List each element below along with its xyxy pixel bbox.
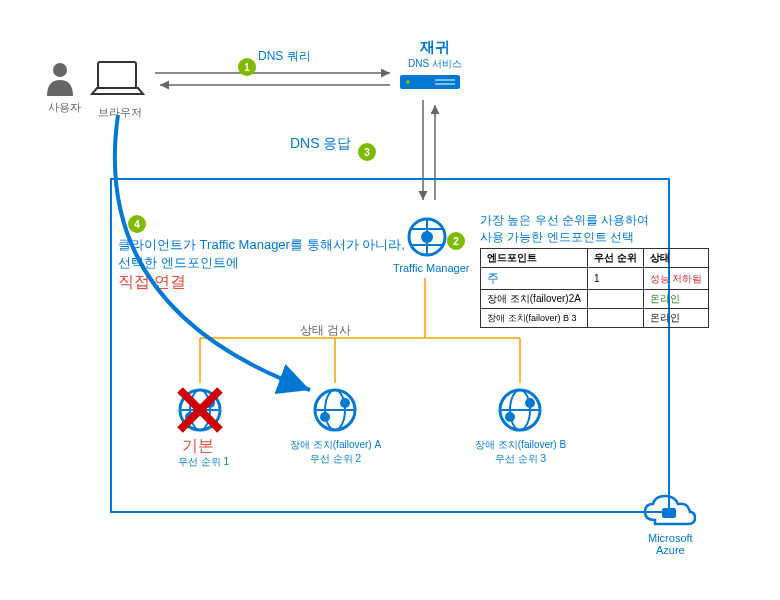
cell-status: 성능 저하됨: [643, 268, 709, 290]
priority-select-text: 가장 높은 우선 순위를 사용하여 사용 가능한 엔드포인트 선택: [480, 212, 649, 246]
recursive-dns-title: 재귀: [408, 38, 462, 57]
failover-b-priority: 우선 순위 3: [495, 452, 546, 466]
user-label: 사용자: [48, 100, 81, 115]
svg-point-32: [505, 412, 515, 422]
azure-label-1: Microsoft: [648, 532, 693, 544]
cell-status: 온라인: [643, 309, 709, 328]
step-2-badge: 2: [447, 232, 465, 250]
th-status: 상태: [643, 249, 709, 268]
failover-a-priority: 우선 순위 2: [310, 452, 361, 466]
dns-query-label: DNS 쿼리: [258, 48, 311, 65]
browser-icon: [90, 60, 145, 104]
azure-label-2: Azure: [648, 544, 693, 556]
endpoint-primary: [175, 385, 225, 439]
traffic-manager-label: Traffic Manager: [393, 262, 469, 274]
th-endpoint: 엔드포인트: [481, 249, 588, 268]
recursive-dns-subtitle: DNS 서비스: [408, 57, 462, 71]
th-priority: 우선 순위: [587, 249, 643, 268]
priority-line2: 사용 가능한 엔드포인트 선택: [480, 229, 649, 246]
priority-line1: 가장 높은 우선 순위를 사용하여: [480, 212, 649, 229]
svg-point-27: [320, 412, 330, 422]
svg-rect-34: [662, 508, 676, 518]
svg-rect-1: [98, 62, 136, 88]
arrow-dns-query: [150, 65, 400, 99]
cross-out-icon: [175, 385, 225, 435]
primary-label: 기본: [182, 436, 214, 457]
traffic-manager-icon: [405, 215, 450, 264]
cell-priority: [587, 290, 643, 309]
cell-priority: 1: [587, 268, 643, 290]
failover-a-label: 장애 조치(failover) A: [290, 438, 381, 452]
endpoint-failover-a: [310, 385, 360, 439]
svg-rect-5: [435, 83, 455, 85]
user-icon: [45, 62, 75, 100]
svg-point-33: [525, 398, 535, 408]
svg-point-0: [53, 63, 67, 77]
step-1-badge: 1: [238, 58, 256, 76]
traffic-manager-diagram: 사용자 브라우저 재귀 DNS 서비스 DNS 쿼리 1: [0, 0, 780, 600]
primary-priority: 우선 순위 1: [178, 455, 229, 469]
endpoint-failover-b: [495, 385, 545, 439]
direct-connect-arrow: [110, 110, 370, 404]
cell-status: 온라인: [643, 290, 709, 309]
failover-b-label: 장애 조치(failover) B: [475, 438, 566, 452]
azure-label: Microsoft Azure: [648, 532, 693, 556]
recursive-dns-label: 재귀 DNS 서비스: [408, 38, 462, 71]
cell-priority: [587, 309, 643, 328]
svg-rect-4: [435, 79, 455, 81]
svg-point-11: [421, 231, 433, 243]
svg-point-3: [406, 80, 410, 84]
svg-point-28: [340, 398, 350, 408]
dns-server-icon: [400, 75, 460, 95]
azure-cloud-icon: [640, 490, 700, 534]
